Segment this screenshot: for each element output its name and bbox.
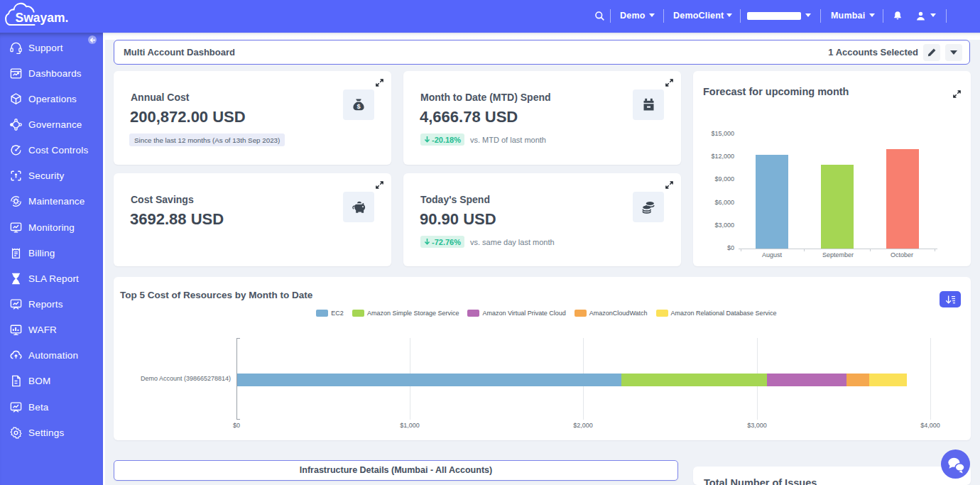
svg-text:Swayam.: Swayam. — [16, 11, 69, 25]
svg-text:$: $ — [356, 102, 360, 109]
